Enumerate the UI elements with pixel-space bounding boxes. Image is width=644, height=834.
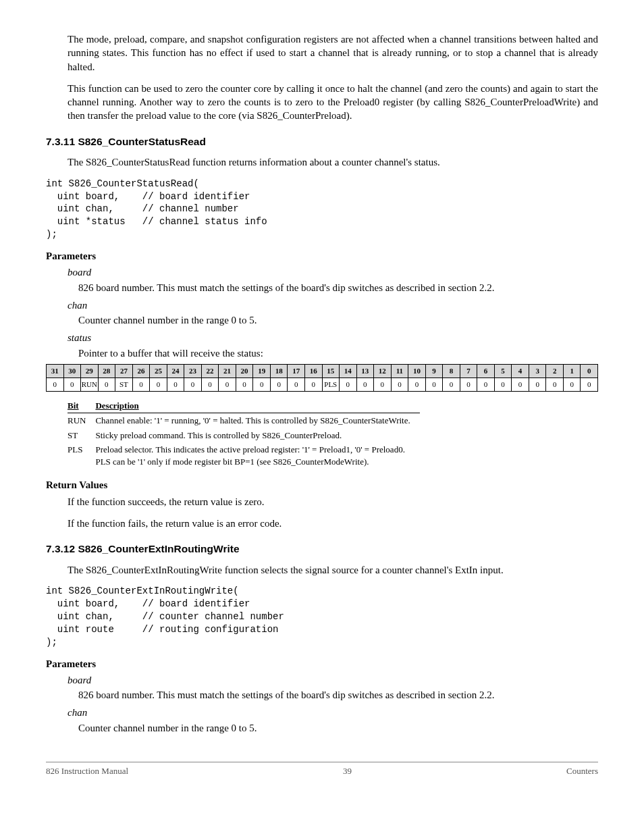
bit-col-14: 14: [340, 364, 357, 377]
bit-col-10: 10: [408, 364, 426, 377]
bit-val-27: ST: [115, 377, 133, 391]
bit-val-16: 0: [304, 377, 322, 391]
s7312-param-board-name: board: [68, 673, 598, 687]
bit-col-29: 29: [81, 364, 99, 377]
bit-val-25: 0: [150, 377, 167, 391]
s7311-desc: The S826_CounterStatusRead function retu…: [68, 155, 598, 169]
bitdesc-pls-desc2: PLS can be '1' only if mode register bit…: [95, 456, 410, 468]
bit-col-2: 2: [546, 364, 564, 377]
bit-col-13: 13: [356, 364, 374, 377]
param-board-desc: 826 board number. This must match the se…: [78, 281, 598, 294]
bit-val-5: 0: [494, 377, 512, 391]
s7312-param-chan-desc: Counter channel number in the range 0 to…: [78, 721, 598, 735]
bit-col-15: 15: [322, 364, 340, 377]
bit-col-26: 26: [132, 364, 150, 377]
bit-col-7: 7: [460, 364, 477, 377]
bit-val-12: 0: [374, 377, 392, 391]
bit-val-20: 0: [236, 377, 253, 391]
status-bit-table: 3130292827262524232221201918171615141312…: [46, 364, 598, 392]
bit-col-0: 0: [581, 364, 598, 377]
s7311-ret1: If the function succeeds, the return val…: [68, 495, 598, 509]
bit-col-11: 11: [391, 364, 408, 377]
bitdesc-pls-desc1: Preload selector. This indicates the act…: [95, 444, 410, 456]
s7311-parameters-label: Parameters: [46, 249, 598, 263]
bit-val-18: 0: [270, 377, 288, 391]
s7312-code: int S826_CounterExtInRoutingWrite( uint …: [46, 585, 598, 648]
bitdesc-run-bit: RUN: [68, 413, 95, 428]
bit-description-table: Bit Description RUN Channel enable: '1' …: [68, 398, 420, 469]
bit-col-5: 5: [494, 364, 512, 377]
bit-col-23: 23: [184, 364, 202, 377]
s7312-parameters-label: Parameters: [46, 657, 598, 671]
bit-val-24: 0: [167, 377, 184, 391]
bit-col-3: 3: [529, 364, 546, 377]
s7312-param-chan-name: chan: [68, 706, 598, 719]
footer-right: Counters: [566, 765, 598, 777]
bit-col-12: 12: [374, 364, 392, 377]
bit-col-16: 16: [304, 364, 322, 377]
intro-para-2: This function can be used to zero the co…: [68, 82, 598, 123]
bit-col-27: 27: [115, 364, 133, 377]
bit-col-19: 19: [253, 364, 271, 377]
bit-val-9: 0: [425, 377, 443, 391]
bit-col-31: 31: [47, 364, 64, 377]
param-board-name: board: [68, 265, 598, 279]
bitdesc-st-bit: ST: [68, 428, 95, 443]
bit-col-24: 24: [167, 364, 184, 377]
bit-col-4: 4: [512, 364, 529, 377]
bit-val-19: 0: [253, 377, 271, 391]
footer-left: 826 Instruction Manual: [46, 765, 128, 777]
bitdesc-head-desc: Description: [95, 400, 138, 411]
bit-val-1: 0: [563, 377, 581, 391]
bit-val-21: 0: [219, 377, 236, 391]
bit-col-30: 30: [63, 364, 81, 377]
param-status-desc: Pointer to a buffer that will receive th…: [78, 346, 598, 360]
bit-val-26: 0: [132, 377, 150, 391]
bit-val-3: 0: [529, 377, 546, 391]
bit-val-7: 0: [460, 377, 477, 391]
s7311-return-label: Return Values: [46, 478, 598, 492]
bit-val-6: 0: [477, 377, 495, 391]
bit-val-0: 0: [581, 377, 598, 391]
bit-col-1: 1: [563, 364, 581, 377]
bit-col-22: 22: [201, 364, 219, 377]
bitdesc-st-desc: Sticky preload command. This is controll…: [95, 428, 419, 443]
intro-para-1: The mode, preload, compare, and snapshot…: [68, 32, 598, 74]
bit-col-28: 28: [98, 364, 115, 377]
bit-col-18: 18: [270, 364, 288, 377]
bit-val-13: 0: [356, 377, 374, 391]
bit-col-20: 20: [236, 364, 253, 377]
bit-val-15: PLS: [322, 377, 340, 391]
bitdesc-pls-bit: PLS: [68, 442, 95, 469]
bit-val-2: 0: [546, 377, 564, 391]
bit-val-30: 0: [63, 377, 81, 391]
bit-val-31: 0: [47, 377, 64, 391]
bit-val-14: 0: [340, 377, 357, 391]
bit-col-21: 21: [219, 364, 236, 377]
bit-val-22: 0: [201, 377, 219, 391]
bitdesc-head-bit: Bit: [68, 400, 79, 411]
s7312-desc: The S826_CounterExtInRoutingWrite functi…: [68, 563, 598, 577]
bit-val-4: 0: [512, 377, 529, 391]
bit-col-9: 9: [425, 364, 443, 377]
s7311-code: int S826_CounterStatusRead( uint board, …: [46, 178, 598, 241]
bit-col-6: 6: [477, 364, 495, 377]
bit-val-11: 0: [391, 377, 408, 391]
page-footer: 826 Instruction Manual 39 Counters: [46, 762, 598, 777]
bit-val-29: RUN: [81, 377, 99, 391]
bit-col-8: 8: [443, 364, 460, 377]
s7311-ret2: If the function fails, the return value …: [68, 517, 598, 530]
bit-val-23: 0: [184, 377, 202, 391]
s7312-param-board-desc: 826 board number. This must match the se…: [78, 688, 598, 702]
footer-center: 39: [343, 765, 352, 777]
param-chan-name: chan: [68, 298, 598, 312]
param-chan-desc: Counter channel number in the range 0 to…: [78, 313, 598, 327]
bit-val-8: 0: [443, 377, 460, 391]
bit-col-25: 25: [150, 364, 167, 377]
bit-col-17: 17: [288, 364, 305, 377]
bit-val-10: 0: [408, 377, 426, 391]
section-7-3-12-heading: 7.3.12 S826_CounterExtInRoutingWrite: [46, 542, 598, 556]
bitdesc-run-desc: Channel enable: '1' = running, '0' = hal…: [95, 413, 419, 428]
bit-val-28: 0: [98, 377, 115, 391]
section-7-3-11-heading: 7.3.11 S826_CounterStatusRead: [46, 135, 598, 149]
